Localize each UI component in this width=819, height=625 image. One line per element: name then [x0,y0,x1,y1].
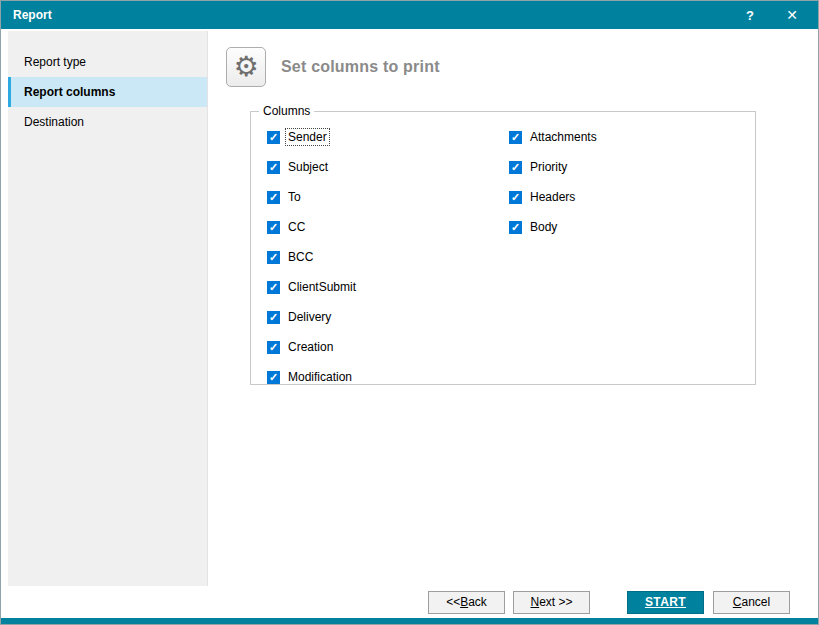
checkbox-label: Headers [528,189,577,205]
next-button[interactable]: Next >> [513,591,590,614]
sidebar-item-report-type[interactable]: Report type [8,47,207,77]
checkbox[interactable] [267,251,280,264]
checkbox-label: Creation [286,339,335,355]
checkbox-label: To [286,189,303,205]
checkbox[interactable] [267,341,280,354]
checkbox-row-priority[interactable]: Priority [509,152,599,182]
header-row: ⚙ Set columns to print [226,47,818,87]
footer: << Back Next >> START Cancel [1,586,818,618]
content-area: Report type Report columns Destination ⚙… [1,29,818,586]
columns-groupbox: Columns Sender Subject To [250,111,756,385]
checkbox-row-bcc[interactable]: BCC [267,242,509,272]
checkbox-label: Delivery [286,309,333,325]
titlebar: Report ? ✕ [1,1,818,29]
window-title: Report [13,8,736,22]
sidebar-item-destination[interactable]: Destination [8,107,207,137]
report-dialog: Report ? ✕ Report type Report columns De… [0,0,819,625]
groupbox-label: Columns [259,104,314,118]
sidebar: Report type Report columns Destination [8,31,208,586]
checkbox-label: ClientSubmit [286,279,358,295]
checkbox-label: Body [528,219,559,235]
checkbox[interactable] [267,161,280,174]
help-icon[interactable]: ? [736,8,764,23]
checkbox-row-cc[interactable]: CC [267,212,509,242]
checkbox-label: Sender [286,129,329,145]
checkbox[interactable] [267,191,280,204]
checkbox[interactable] [509,131,522,144]
checkbox[interactable] [267,131,280,144]
checkbox[interactable] [509,191,522,204]
checkbox-label: CC [286,219,307,235]
checkbox-label: Priority [528,159,569,175]
close-icon[interactable]: ✕ [778,7,806,23]
start-button[interactable]: START [627,591,704,614]
checkbox-row-delivery[interactable]: Delivery [267,302,509,332]
checkbox-row-clientsubmit[interactable]: ClientSubmit [267,272,509,302]
page-title: Set columns to print [281,58,440,76]
bottom-accent-strip [1,618,818,624]
checkbox[interactable] [267,221,280,234]
gear-icon: ⚙ [226,47,266,87]
checkbox-row-attachments[interactable]: Attachments [509,122,599,152]
checkbox-row-subject[interactable]: Subject [267,152,509,182]
checkbox-row-modification[interactable]: Modification [267,362,509,392]
gear-glyph: ⚙ [233,53,258,81]
checkbox[interactable] [267,371,280,384]
checkbox-label: Subject [286,159,330,175]
checkbox-column-right: Attachments Priority Headers Body [509,122,599,392]
sidebar-item-report-columns[interactable]: Report columns [8,77,207,107]
checkbox[interactable] [267,311,280,324]
cancel-button[interactable]: Cancel [713,591,790,614]
checkbox[interactable] [267,281,280,294]
checkbox[interactable] [509,161,522,174]
checkbox-column-left: Sender Subject To CC [267,122,509,392]
checkbox-label: Attachments [528,129,599,145]
checkbox-row-sender[interactable]: Sender [267,122,509,152]
checkbox-row-creation[interactable]: Creation [267,332,509,362]
back-button[interactable]: << Back [428,591,505,614]
checkbox-row-to[interactable]: To [267,182,509,212]
checkbox[interactable] [509,221,522,234]
checkbox-row-headers[interactable]: Headers [509,182,599,212]
checkbox-columns: Sender Subject To CC [251,112,755,392]
main-panel: ⚙ Set columns to print Columns Sender Su… [208,31,818,586]
checkbox-row-body[interactable]: Body [509,212,599,242]
checkbox-label: Modification [286,369,354,385]
checkbox-label: BCC [286,249,315,265]
